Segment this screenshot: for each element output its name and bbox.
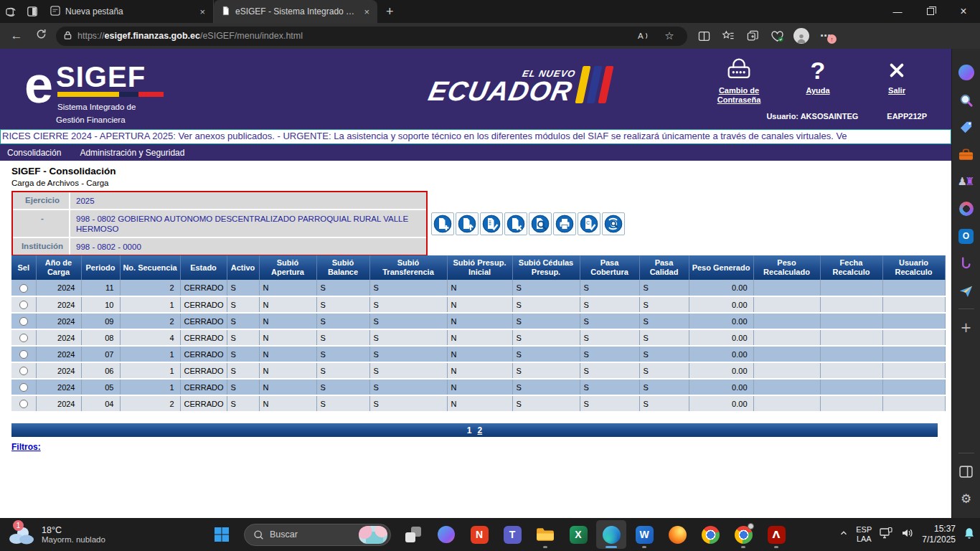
file-explorer-taskbar-icon[interactable] (530, 520, 560, 549)
table-row: 2024092CERRADOSNSSNSSS0.00 (11, 313, 945, 329)
microsoft-365-icon[interactable] (956, 195, 976, 222)
table-cell: 0.00 (689, 329, 753, 346)
table-row: 2024084CERRADOSNSSNSSS0.00 (11, 329, 945, 346)
tab-esigef[interactable]: eSIGEF - Sistema Integrado de G × (214, 0, 377, 23)
tab-nueva-pestana[interactable]: Nueva pestaña × (43, 0, 214, 23)
exit-link[interactable]: Salir (867, 55, 927, 105)
taskbar-search[interactable]: Buscar (244, 524, 391, 546)
workspaces-icon[interactable] (0, 2, 22, 21)
tab-close-icon[interactable]: × (197, 6, 207, 17)
table-cell (820, 395, 882, 412)
new-file-button[interactable] (431, 212, 454, 235)
table-row: 2024112CERRADOSNSSNSSS0.00 (11, 280, 945, 296)
search-icon[interactable] (956, 86, 976, 113)
settings-icon[interactable]: ⚙ (956, 485, 976, 512)
collections-icon[interactable] (742, 27, 763, 45)
table-cell: S (580, 280, 639, 296)
change-password-link[interactable]: Cambio de Contraseña (709, 55, 769, 105)
row-select-radio[interactable] (19, 284, 28, 293)
toolbox-icon[interactable] (956, 141, 976, 168)
row-select-radio[interactable] (19, 350, 28, 359)
refresh-button[interactable] (32, 28, 50, 44)
task-view-taskbar-icon[interactable] (398, 520, 428, 549)
volume-icon[interactable] (900, 526, 915, 543)
minimize-button[interactable]: — (881, 0, 914, 23)
copilot-icon[interactable] (956, 59, 976, 86)
consult-file-button[interactable] (602, 212, 625, 235)
add-icon[interactable]: + (956, 314, 976, 341)
split-screen-icon[interactable] (693, 27, 715, 45)
url-field[interactable]: https://esigef.finanzas.gob.ec/eSIGEF/me… (56, 27, 687, 46)
page-link[interactable]: 2 (478, 425, 483, 435)
nitro-pdf-taskbar-icon[interactable]: N (464, 520, 494, 549)
row-select-radio[interactable] (19, 301, 28, 309)
row-select-radio[interactable] (19, 383, 28, 392)
table-cell: 0.00 (689, 379, 753, 395)
copilot-taskbar-icon[interactable] (431, 520, 461, 549)
settings-more-icon[interactable]: ⋯↑ (815, 27, 837, 45)
form-label: Ejercicio (13, 192, 69, 209)
upload-file-button[interactable] (456, 212, 479, 235)
teams-taskbar-icon[interactable]: T (497, 520, 527, 549)
svg-text:C: C (586, 220, 590, 225)
drop-icon[interactable] (956, 250, 976, 277)
menu-administracion[interactable]: Administración y Seguridad (80, 148, 184, 158)
pagination-bar: 12 (11, 423, 938, 437)
table-cell: S (512, 313, 580, 329)
chrome-alt-taskbar-icon[interactable] (728, 520, 758, 549)
favorite-star-icon[interactable]: ☆ (659, 27, 680, 45)
print-button[interactable] (553, 212, 576, 235)
panel-icon[interactable] (956, 458, 976, 485)
table-cell: S (316, 379, 369, 395)
table-cell: 2024 (36, 379, 81, 395)
weather-widget[interactable]: 1 18°C Mayorm. nublado (0, 523, 165, 546)
excel-taskbar-icon[interactable]: X (563, 520, 593, 549)
row-select-radio[interactable] (19, 400, 28, 408)
notification-bell-icon[interactable] (963, 527, 976, 543)
validate-file-button[interactable] (480, 212, 503, 235)
back-button[interactable]: ← (7, 29, 26, 43)
form-value-entidad: 998 - 0802 GOBIERNO AUTONOMO DESCENTRALI… (69, 210, 426, 237)
clock[interactable]: 15:377/1/2025 (922, 524, 956, 545)
profile-icon[interactable] (791, 27, 812, 45)
preview-file-button[interactable] (529, 212, 552, 235)
remove-file-button[interactable] (504, 212, 527, 235)
read-aloud-icon[interactable]: A (632, 27, 654, 45)
approve-file-button[interactable]: C (578, 212, 600, 235)
network-icon[interactable] (879, 526, 893, 543)
tab-close-icon[interactable]: × (362, 6, 372, 17)
browser-essentials-icon[interactable] (766, 27, 788, 45)
firefox-taskbar-icon[interactable] (662, 520, 692, 549)
send-icon[interactable] (956, 277, 976, 304)
notification-badge: 1 (13, 520, 24, 531)
table-cell (820, 379, 882, 395)
row-select-radio[interactable] (19, 334, 28, 342)
start-button[interactable] (207, 520, 237, 549)
outlook-icon[interactable]: O (956, 222, 976, 250)
table-cell: N (259, 379, 316, 395)
tab-actions-icon[interactable] (22, 2, 43, 21)
row-select-radio[interactable] (19, 317, 28, 326)
shopping-icon[interactable] (956, 113, 976, 141)
chrome-taskbar-icon[interactable] (695, 520, 725, 549)
logo-subtitle: Sistema Integrado deGestión Financiera (56, 103, 136, 124)
acrobat-taskbar-icon[interactable]: Λ (761, 520, 791, 549)
word-taskbar-icon[interactable]: W (629, 520, 659, 549)
help-link[interactable]: ? Ayuda (788, 55, 848, 105)
restore-button[interactable] (914, 0, 947, 23)
filtros-link[interactable]: Filtros: (11, 442, 41, 452)
edge-taskbar-icon[interactable] (596, 520, 626, 549)
table-cell (753, 329, 820, 346)
tray-chevron-icon[interactable] (839, 528, 849, 541)
table-cell: S (227, 296, 259, 313)
favorites-list-icon[interactable] (717, 27, 739, 45)
table-cell: S (369, 329, 447, 346)
table-cell (882, 395, 945, 412)
language-indicator[interactable]: ESPLAA (856, 525, 872, 544)
close-window-button[interactable]: × (947, 0, 980, 23)
menu-consolidacion[interactable]: Consolidación (7, 148, 61, 158)
table-cell (882, 313, 945, 329)
games-icon[interactable]: ♟♜ (956, 168, 976, 195)
row-select-radio[interactable] (19, 367, 28, 375)
new-tab-button[interactable]: + (377, 4, 402, 19)
